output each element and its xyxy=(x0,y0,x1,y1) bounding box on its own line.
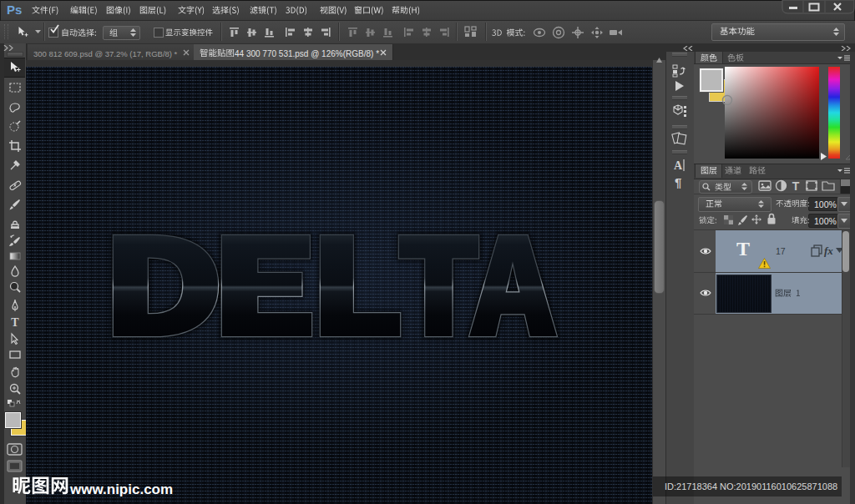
svg-text:T: T xyxy=(11,316,19,329)
svg-text:T: T xyxy=(792,179,800,192)
svg-text:¶: ¶ xyxy=(675,176,681,189)
svg-text:A: A xyxy=(674,159,683,172)
